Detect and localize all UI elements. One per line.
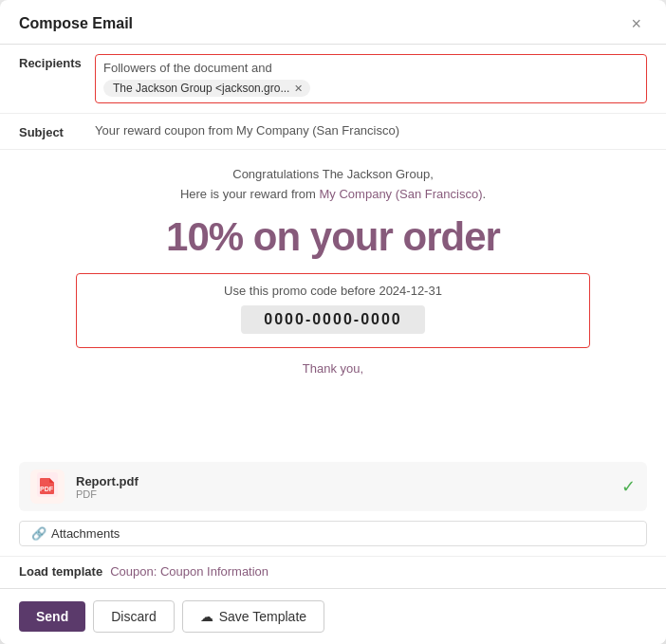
recipients-text: Followers of the document and [103, 61, 638, 75]
promo-instruction: Use this promo code before 2024-12-31 [92, 284, 574, 298]
discount-heading: 10% on your order [19, 214, 647, 260]
attachment-info: Report.pdf PDF [76, 474, 610, 500]
compose-email-dialog: Compose Email × Recipients Followers of … [0, 0, 666, 644]
load-template-label: Load template [19, 564, 102, 579]
intro-line2-prefix: Here is your reward from [180, 187, 320, 201]
pdf-icon: PDF [37, 472, 58, 502]
recipients-box[interactable]: Followers of the document and The Jackso… [95, 54, 647, 103]
attachment-name: Report.pdf [76, 474, 610, 488]
load-template-row: Load template Coupon: Coupon Information [0, 556, 666, 588]
pdf-icon-wrap: PDF [30, 469, 65, 504]
email-preview: Congratulations The Jackson Group, Here … [0, 150, 666, 462]
intro-line1: Congratulations The Jackson Group, [19, 165, 647, 185]
recipient-tag-text: The Jackson Group <jackson.gro... [113, 82, 289, 95]
save-template-icon: ☁ [200, 609, 213, 624]
template-link[interactable]: Coupon: Coupon Information [110, 564, 268, 579]
thank-you: Thank you, [19, 361, 647, 376]
dialog-header: Compose Email × [0, 0, 666, 45]
dialog-footer: Send Discard ☁ Save Template [0, 588, 666, 644]
recipient-tag-remove[interactable]: ✕ [294, 83, 303, 94]
save-template-button[interactable]: ☁ Save Template [182, 600, 324, 633]
preview-intro: Congratulations The Jackson Group, Here … [19, 165, 647, 205]
svg-text:PDF: PDF [40, 486, 54, 492]
recipients-row: Recipients Followers of the document and… [0, 45, 666, 114]
subject-row: Subject Your reward coupon from My Compa… [0, 114, 666, 150]
discard-button[interactable]: Discard [93, 600, 174, 633]
recipient-tag: The Jackson Group <jackson.gro... ✕ [103, 80, 310, 97]
attachments-icon: 🔗 [31, 526, 46, 541]
attachment-type: PDF [76, 488, 610, 500]
subject-label: Subject [19, 123, 95, 139]
save-template-label: Save Template [219, 609, 306, 624]
subject-value: Your reward coupon from My Company (San … [95, 123, 647, 138]
attachments-label: Attachments [51, 526, 120, 541]
close-button[interactable]: × [625, 13, 647, 34]
attachment-check: ✓ [621, 476, 636, 497]
dialog-title: Compose Email [19, 15, 133, 32]
intro-line2: Here is your reward from My Company (San… [19, 185, 647, 205]
dialog-body: Recipients Followers of the document and… [0, 45, 666, 588]
attachment-row: PDF Report.pdf PDF ✓ [19, 462, 647, 511]
attachments-button[interactable]: 🔗 Attachments [19, 521, 647, 546]
intro-line2-suffix: . [482, 187, 486, 201]
recipients-label: Recipients [19, 54, 95, 70]
send-button[interactable]: Send [19, 601, 85, 632]
intro-brand: My Company (San Francisco) [320, 187, 483, 201]
promo-code: 0000-0000-0000 [241, 305, 424, 334]
promo-box: Use this promo code before 2024-12-31 00… [76, 273, 590, 348]
